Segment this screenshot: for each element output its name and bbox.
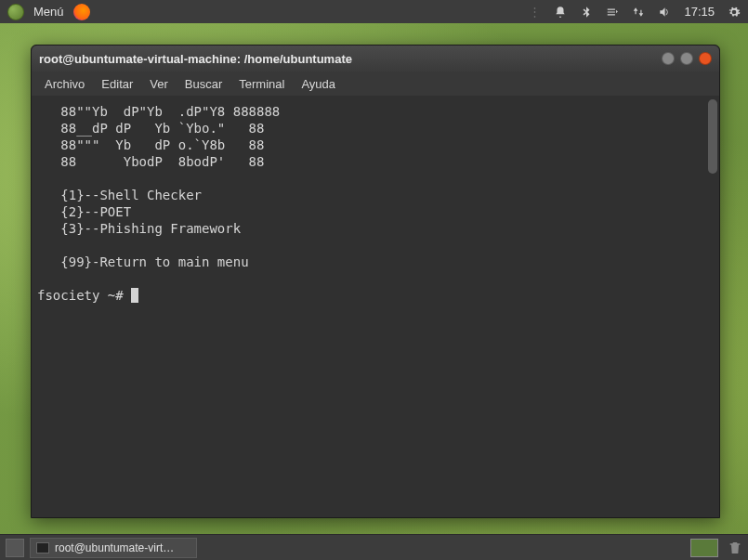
close-button[interactable]: [699, 52, 712, 65]
show-desktop-button[interactable]: [6, 539, 24, 557]
option-3: {3}--Phishing Framework: [37, 221, 241, 236]
bottom-panel: root@ubuntumate-virt…: [0, 534, 748, 560]
tray-divider: ⋮: [529, 5, 541, 19]
terminal-icon: [36, 542, 49, 553]
menu-editar[interactable]: Editar: [94, 74, 140, 94]
trash-icon[interactable]: [728, 540, 742, 556]
clock[interactable]: 17:15: [684, 5, 715, 19]
menu-buscar[interactable]: Buscar: [177, 74, 230, 94]
terminal-window: root@ubuntumate-virtual-machine: /home/u…: [31, 45, 720, 518]
option-2: {2}--POET: [37, 204, 131, 219]
top-panel: Menú ⋮ 17:15: [0, 0, 748, 23]
option-return: {99}-Return to main menu: [37, 254, 249, 269]
firefox-icon[interactable]: [73, 4, 90, 20]
taskbar-item-terminal[interactable]: root@ubuntumate-virt…: [30, 538, 197, 558]
taskbar-item-label: root@ubuntumate-virt…: [55, 541, 174, 554]
minimize-button[interactable]: [662, 52, 675, 65]
maximize-button[interactable]: [680, 52, 693, 65]
network-menu-icon[interactable]: [606, 6, 619, 19]
scrollbar-thumb[interactable]: [708, 99, 717, 174]
menu-ayuda[interactable]: Ayuda: [294, 74, 343, 94]
terminal-content: 88""Yb dP"Yb .dP"Y8 888888 88__dP dP Yb …: [37, 103, 714, 304]
window-titlebar[interactable]: root@ubuntumate-virtual-machine: /home/u…: [32, 46, 719, 72]
gear-icon[interactable]: [728, 6, 741, 19]
terminal-prompt: fsociety ~#: [37, 288, 131, 303]
menu-archivo[interactable]: Archivo: [37, 74, 92, 94]
terminal-menubar: Archivo Editar Ver Buscar Terminal Ayuda: [32, 72, 719, 96]
cursor: [131, 288, 138, 303]
bell-icon[interactable]: [554, 6, 567, 19]
volume-icon[interactable]: [658, 6, 671, 19]
terminal-body[interactable]: 88""Yb dP"Yb .dP"Y8 888888 88__dP dP Yb …: [32, 96, 719, 517]
ascii-banner: 88""Yb dP"Yb .dP"Y8 888888 88__dP dP Yb …: [37, 104, 280, 169]
window-title: root@ubuntumate-virtual-machine: /home/u…: [39, 52, 352, 66]
distro-logo-icon[interactable]: [7, 4, 24, 20]
bluetooth-icon[interactable]: [580, 6, 593, 19]
network-updown-icon[interactable]: [632, 6, 645, 19]
workspace-switcher[interactable]: [690, 539, 718, 557]
menu-terminal[interactable]: Terminal: [231, 74, 292, 94]
option-1: {1}--Shell Checker: [37, 188, 202, 202]
menu-label[interactable]: Menú: [33, 5, 64, 19]
menu-ver[interactable]: Ver: [142, 74, 176, 94]
